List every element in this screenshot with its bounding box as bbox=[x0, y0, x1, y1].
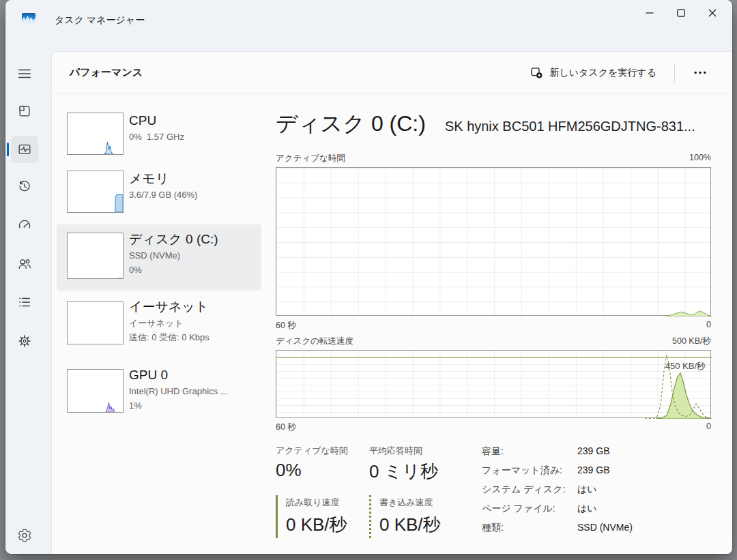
close-icon bbox=[708, 9, 717, 17]
task-manager-logo-icon bbox=[22, 13, 35, 23]
read-speed-stat: 読み取り速度 0 KB/秒 bbox=[276, 495, 347, 538]
processes-icon bbox=[17, 104, 32, 119]
selected-tab-accent bbox=[7, 143, 9, 156]
startup-apps-icon bbox=[17, 218, 32, 233]
sidebar-item-app-history[interactable] bbox=[11, 173, 38, 200]
write-speed-value: 0 KB/秒 bbox=[379, 513, 441, 537]
details-icon bbox=[17, 295, 32, 310]
chart1-x-right: 0 bbox=[706, 320, 711, 331]
page-title: パフォーマンス bbox=[70, 66, 143, 79]
formatted-value: 239 GB bbox=[577, 465, 609, 477]
chart2-max-label: 500 KB/秒 bbox=[672, 336, 711, 347]
page-file-value: はい bbox=[577, 503, 597, 515]
hamburger-menu-button[interactable] bbox=[11, 60, 38, 87]
formatted-label: フォーマット済み: bbox=[482, 465, 577, 477]
ellipsis-horizontal-icon bbox=[694, 71, 706, 74]
ethernet-mini-chart bbox=[67, 301, 124, 344]
gpu-name: Intel(R) UHD Graphics ... bbox=[129, 384, 227, 398]
more-options-button[interactable] bbox=[686, 65, 714, 80]
sidebar-item-performance[interactable] bbox=[11, 136, 38, 163]
main-disk-title: ディスク 0 (C:) bbox=[276, 109, 426, 139]
transfer-rate-chart: 450 KB/秒 bbox=[276, 350, 711, 418]
minimize-icon bbox=[646, 9, 654, 17]
type-label: 種類: bbox=[482, 522, 577, 534]
sidebar-item-users[interactable] bbox=[11, 250, 38, 278]
capacity-value: 239 GB bbox=[577, 445, 609, 458]
disk-detail-capacity: 容量: 239 GB bbox=[482, 445, 707, 458]
ethernet-adapter: イーサネット bbox=[129, 316, 209, 330]
header-divider bbox=[674, 64, 675, 82]
cpu-mini-chart bbox=[67, 113, 124, 155]
disk-detail-system-disk: システム ディスク: はい bbox=[482, 484, 707, 496]
avg-response-stat-label: 平均応答時間 bbox=[369, 445, 422, 457]
capacity-label: 容量: bbox=[482, 445, 577, 458]
disk-detail-page-file: ページ ファイル: はい bbox=[482, 503, 707, 515]
perf-list-item-gpu0[interactable]: GPU 0 Intel(R) UHD Graphics ... 1% bbox=[57, 363, 261, 426]
read-speed-label: 読み取り速度 bbox=[286, 497, 347, 509]
memory-label: メモリ bbox=[129, 169, 197, 188]
task-manager-window: タスク マネージャー bbox=[5, 0, 732, 554]
page-file-label: ページ ファイル: bbox=[482, 503, 577, 515]
disk-type: SSD (NVMe) bbox=[129, 248, 218, 263]
settings-button[interactable] bbox=[11, 522, 38, 549]
memory-mini-chart bbox=[67, 171, 124, 213]
avg-response-stat-value: 0 ミリ秒 bbox=[369, 460, 438, 484]
perf-list-item-cpu[interactable]: CPU 0% 1.57 GHz bbox=[57, 108, 261, 164]
maximize-icon bbox=[677, 9, 685, 17]
minimize-button[interactable] bbox=[634, 1, 665, 25]
users-icon bbox=[17, 256, 32, 271]
chart2-x-left: 60 秒 bbox=[276, 422, 296, 433]
sidebar-item-services[interactable] bbox=[11, 327, 38, 355]
system-disk-label: システム ディスク: bbox=[482, 484, 577, 496]
system-disk-value: はい bbox=[577, 484, 597, 496]
disk-model: SK hynix BC501 HFM256GDJTNG-831... bbox=[445, 119, 695, 134]
disk-detail-type: 種類: SSD (NVMe) bbox=[482, 522, 707, 534]
close-button[interactable] bbox=[697, 1, 728, 25]
perf-list-item-memory[interactable]: メモリ 3.6/7.9 GB (46%) bbox=[57, 166, 261, 222]
ethernet-stats: 送信: 0 受信: 0 Kbps bbox=[129, 330, 209, 344]
chart2-x-right: 0 bbox=[706, 422, 711, 433]
write-speed-stat: 書き込み速度 0 KB/秒 bbox=[369, 495, 441, 538]
maximize-button[interactable] bbox=[665, 1, 697, 25]
sidebar-item-details[interactable] bbox=[11, 289, 38, 316]
window-title: タスク マネージャー bbox=[55, 14, 145, 27]
cpu-stats: 0% 1.57 GHz bbox=[129, 130, 184, 144]
gpu-mini-chart bbox=[67, 369, 124, 413]
chart1-label: アクティブな時間 bbox=[276, 153, 345, 164]
ethernet-label: イーサネット bbox=[129, 297, 209, 316]
desktop-background: タスク マネージャー bbox=[0, 0, 737, 560]
type-value: SSD (NVMe) bbox=[577, 522, 633, 534]
chart1-x-left: 60 秒 bbox=[276, 320, 296, 331]
chart1-max-label: 100% bbox=[689, 153, 711, 164]
cpu-label: CPU bbox=[129, 111, 184, 130]
services-icon bbox=[17, 334, 32, 349]
perf-list-item-ethernet[interactable]: イーサネット イーサネット 送信: 0 受信: 0 Kbps bbox=[57, 295, 261, 359]
run-new-task-label: 新しいタスクを実行する bbox=[549, 67, 656, 79]
sidebar-item-processes[interactable] bbox=[11, 98, 38, 125]
disk-mini-chart bbox=[67, 233, 124, 279]
disk-detail-formatted: フォーマット済み: 239 GB bbox=[482, 465, 707, 477]
active-time-chart bbox=[276, 167, 711, 316]
chart2-label: ディスクの転送速度 bbox=[276, 336, 353, 347]
run-new-task-button[interactable]: 新しいタスクを実行する bbox=[524, 62, 663, 84]
chart2-annotation: 450 KB/秒 bbox=[665, 360, 706, 372]
window-plus-icon bbox=[531, 67, 543, 78]
memory-stats: 3.6/7.9 GB (46%) bbox=[129, 188, 197, 202]
write-speed-label: 書き込み速度 bbox=[379, 497, 441, 509]
disk-usage: 0% bbox=[129, 263, 218, 277]
sidebar-item-startup-apps[interactable] bbox=[11, 211, 38, 239]
settings-gear-icon bbox=[17, 528, 32, 543]
disk-label: ディスク 0 (C:) bbox=[129, 230, 218, 248]
gpu-label: GPU 0 bbox=[129, 366, 227, 384]
active-time-stat-value: 0% bbox=[276, 460, 302, 481]
page-header: パフォーマンス 新しいタスクを実行する bbox=[52, 52, 732, 94]
perf-list-item-disk0-selected[interactable]: ディスク 0 (C:) SSD (NVMe) 0% bbox=[57, 224, 261, 291]
gpu-usage: 1% bbox=[129, 398, 227, 413]
hamburger-menu-icon bbox=[17, 66, 32, 81]
app-history-icon bbox=[17, 179, 32, 194]
read-speed-value: 0 KB/秒 bbox=[286, 513, 347, 537]
performance-icon bbox=[17, 142, 32, 157]
active-time-stat-label: アクティブな時間 bbox=[276, 445, 348, 457]
content-card: パフォーマンス 新しいタスクを実行する bbox=[51, 51, 732, 554]
